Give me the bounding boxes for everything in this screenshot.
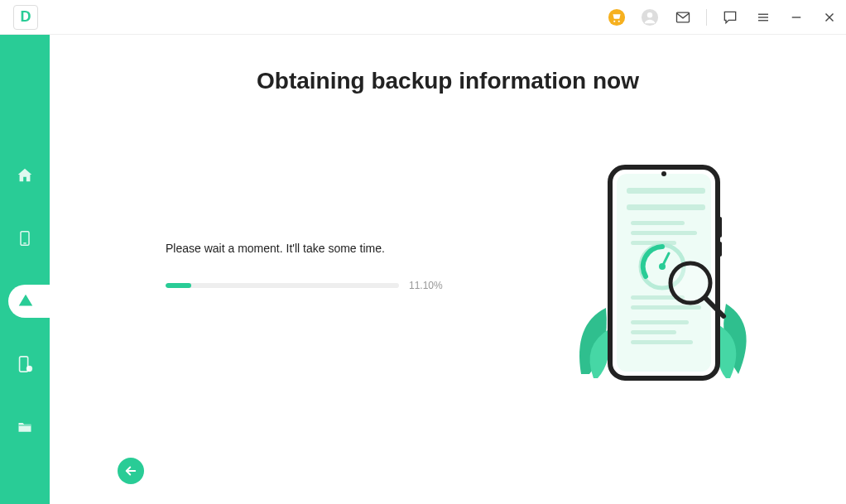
content-area: Obtaining backup information now Please … xyxy=(50,35,846,504)
svg-point-18 xyxy=(661,171,666,176)
phone-scan-illustration xyxy=(565,159,763,407)
svg-rect-21 xyxy=(627,188,705,194)
svg-rect-29 xyxy=(631,330,676,334)
progress-percent-label: 11.10% xyxy=(409,280,447,291)
progress-area: Please wait a moment. It'll take some ti… xyxy=(166,242,447,291)
main-row: ! Obtaining backup information now Pleas… xyxy=(0,35,846,504)
progress-fill xyxy=(166,283,191,288)
page-heading: Obtaining backup information now xyxy=(50,68,846,94)
titlebar: D xyxy=(0,0,846,35)
svg-rect-28 xyxy=(631,320,689,324)
titlebar-actions xyxy=(607,7,839,27)
minimize-icon[interactable] xyxy=(786,7,806,27)
sidebar-item-folder[interactable] xyxy=(8,410,41,444)
progress-bar xyxy=(166,283,399,288)
svg-rect-24 xyxy=(631,231,697,235)
svg-rect-23 xyxy=(631,221,685,225)
sidebar-item-home[interactable] xyxy=(8,159,41,192)
sidebar: ! xyxy=(0,35,50,504)
titlebar-divider xyxy=(706,9,707,26)
svg-rect-30 xyxy=(631,340,693,344)
svg-rect-27 xyxy=(631,305,701,310)
logo-letter: D xyxy=(21,8,31,26)
svg-rect-20 xyxy=(719,242,722,257)
svg-point-2 xyxy=(647,12,652,17)
menu-icon[interactable] xyxy=(753,7,773,27)
progress-row: 11.10% xyxy=(166,280,447,291)
sidebar-item-phone[interactable] xyxy=(8,222,41,255)
svg-rect-15 xyxy=(19,425,31,426)
svg-rect-19 xyxy=(719,217,722,238)
sidebar-item-phone-alert[interactable]: ! xyxy=(8,348,41,381)
back-button[interactable] xyxy=(118,458,144,484)
close-icon[interactable] xyxy=(820,7,839,27)
wait-message: Please wait a moment. It'll take some ti… xyxy=(166,242,447,255)
feedback-icon[interactable] xyxy=(720,7,740,27)
mail-icon[interactable] xyxy=(673,7,693,27)
cart-icon[interactable] xyxy=(607,7,627,27)
svg-rect-22 xyxy=(627,204,705,210)
profile-icon[interactable] xyxy=(640,7,660,27)
app-logo: D xyxy=(13,5,38,30)
